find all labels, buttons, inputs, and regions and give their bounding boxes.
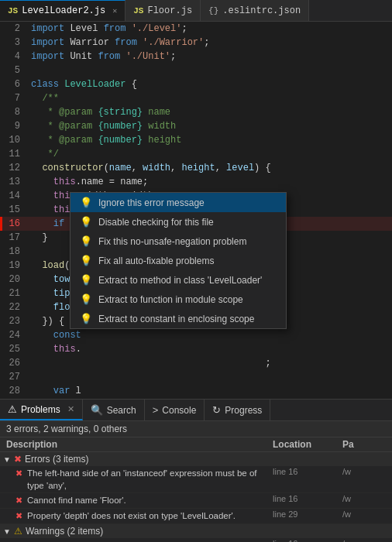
col-path: Pa (342, 439, 389, 450)
problem-message: Unexpected negating the left operand of … (28, 539, 273, 542)
tab-problems[interactable]: ⚠ Problems ✕ (0, 400, 83, 420)
code-line: 7 /** (0, 91, 392, 105)
menu-item-extract-method[interactable]: 💡 Extract to method in class 'LevelLoade… (70, 270, 286, 290)
menu-item-fix-all[interactable]: 💡 Fix all auto-fixable problems (70, 251, 286, 270)
menu-item-label: Disable checking for this file (98, 217, 214, 228)
tab-console[interactable]: > Console (145, 400, 205, 420)
code-line: 29 loade (0, 398, 392, 399)
tab-levelloader[interactable]: JS LevelLoader2.js ✕ (0, 0, 126, 21)
problem-location: line 16 (273, 467, 342, 476)
warnings-section-header[interactable]: ▼ ⚠ Warnings (2 items) (0, 524, 392, 538)
problem-path: /w (342, 539, 389, 542)
expand-icon: ▼ (3, 527, 11, 536)
close-icon[interactable]: ✕ (112, 6, 117, 15)
problem-row[interactable]: ⚠ Unexpected negating the left operand o… (0, 538, 392, 542)
tab-progress[interactable]: ↻ Progress (205, 400, 270, 420)
js-icon: JS (133, 6, 143, 15)
tab-label: .eslintrc.json (222, 5, 301, 16)
problems-icon: ⚠ (8, 403, 17, 415)
code-line: 10 * @param {number} height (0, 133, 392, 147)
problem-row[interactable]: ✖ The left-hand side of an 'instanceof' … (0, 466, 392, 493)
problem-row[interactable]: ✖ Property 'depth' does not exist on typ… (0, 509, 392, 524)
code-line: 12 constructor(name, width, height, leve… (0, 161, 392, 175)
bulb-icon: 💡 (80, 255, 92, 266)
code-line: 9 * @param {number} width (0, 119, 392, 133)
problems-panel: 3 errors, 2 warnings, 0 others Descripti… (0, 421, 392, 542)
menu-item-label: Extract to method in class 'LevelLoader' (98, 275, 262, 286)
code-line: 26 ; (0, 356, 392, 370)
menu-item-disable[interactable]: 💡 Disable checking for this file (70, 212, 286, 232)
code-line: 3 import Warrior from './Warrior'; (0, 36, 392, 50)
expand-icon: ▼ (3, 455, 11, 464)
panel-tab-label: Search (107, 405, 136, 416)
errors-section-header[interactable]: ▼ ✖ Errors (3 items) (0, 452, 392, 466)
problem-location: line 16 (273, 494, 342, 503)
search-icon: 🔍 (91, 404, 103, 416)
warn-icon: ⚠ (14, 526, 22, 537)
code-line: 2 import Level from './Level'; (0, 22, 392, 36)
context-menu: 💡 Ignore this error message 💡 Disable ch… (70, 192, 287, 329)
code-line: 27 (0, 370, 392, 384)
panel-close-icon[interactable]: ✕ (67, 404, 74, 414)
menu-item-label: Ignore this error message (98, 197, 205, 208)
tab-label: LevelLoader2.js (22, 5, 105, 16)
panel-tab-label: Problems (21, 404, 60, 415)
menu-item-label: Extract to constant in enclosing scope (98, 314, 254, 324)
problem-message: The left-hand side of an 'instanceof' ex… (27, 467, 273, 492)
problem-path: /w (342, 467, 389, 476)
code-line: 8 * @param {string} name (0, 105, 392, 119)
menu-item-ignore[interactable]: 💡 Ignore this error message (70, 193, 286, 212)
menu-item-label: Extract to function in module scope (98, 294, 243, 305)
code-line: 28 var l (0, 384, 392, 398)
editor-tabs: JS LevelLoader2.js ✕ JS Floor.js {} .esl… (0, 0, 392, 22)
code-line: 5 (0, 63, 392, 77)
editor-area: 2 import Level from './Level'; 3 import … (0, 22, 392, 399)
tab-eslint[interactable]: {} .eslintrc.json (201, 0, 309, 21)
tab-floor[interactable]: JS Floor.js (126, 0, 201, 21)
code-line: 6 class LevelLoader { (0, 77, 392, 91)
code-line: 25 this. (0, 342, 392, 356)
bulb-icon: 💡 (80, 313, 92, 324)
menu-item-extract-constant[interactable]: 💡 Extract to constant in enclosing scope (70, 309, 286, 328)
code-line: 13 this.name = name; (0, 175, 392, 189)
code-line: 24 const (0, 328, 392, 342)
menu-item-fix-negation[interactable]: 💡 Fix this no-unsafe-negation problem (70, 232, 286, 251)
table-header: Description Location Pa (0, 437, 392, 452)
warnings-section-label: Warnings (2 items) (26, 526, 103, 537)
bottom-panel: ⚠ Problems ✕ 🔍 Search > Console ↻ Progre… (0, 399, 392, 542)
tab-label: Floor.js (147, 5, 192, 16)
problem-path: /w (342, 494, 389, 503)
progress-icon: ↻ (212, 404, 221, 416)
json-icon: {} (208, 6, 218, 15)
problem-row[interactable]: ✖ Cannot find name 'Floor'. line 16 /w (0, 493, 392, 509)
col-location: Location (273, 439, 342, 450)
error-icon: ✖ (14, 454, 22, 465)
error-icon: ✖ (15, 511, 22, 521)
problem-path: /w (342, 509, 389, 519)
tab-search[interactable]: 🔍 Search (83, 400, 145, 420)
problems-summary: 3 errors, 2 warnings, 0 others (0, 421, 392, 437)
bulb-icon: 💡 (80, 274, 92, 286)
bulb-icon: 💡 (80, 293, 92, 305)
panel-tabs: ⚠ Problems ✕ 🔍 Search > Console ↻ Progre… (0, 400, 392, 421)
panel-tab-label: Console (162, 405, 196, 416)
code-line: 11 */ (0, 147, 392, 161)
js-icon: JS (8, 6, 18, 15)
problem-message: Cannot find name 'Floor'. (27, 494, 273, 506)
problem-location: line 16 (273, 539, 342, 542)
bulb-icon: 💡 (80, 197, 92, 208)
menu-item-extract-function[interactable]: 💡 Extract to function in module scope (70, 290, 286, 309)
col-description: Description (3, 439, 273, 450)
console-icon: > (153, 404, 159, 416)
menu-item-label: Fix all auto-fixable problems (98, 256, 214, 266)
errors-section-label: Errors (3 items) (25, 454, 89, 465)
problem-location: line 29 (273, 509, 342, 519)
code-line: 4 import Unit from './Unit'; (0, 50, 392, 63)
error-icon: ✖ (15, 496, 22, 506)
problem-message: Property 'depth' does not exist on type … (27, 509, 273, 522)
panel-tab-label: Progress (225, 405, 262, 416)
bulb-icon: 💡 (80, 235, 92, 247)
menu-item-label: Fix this no-unsafe-negation problem (98, 236, 246, 247)
error-icon: ✖ (15, 468, 22, 479)
bulb-icon: 💡 (80, 216, 92, 228)
